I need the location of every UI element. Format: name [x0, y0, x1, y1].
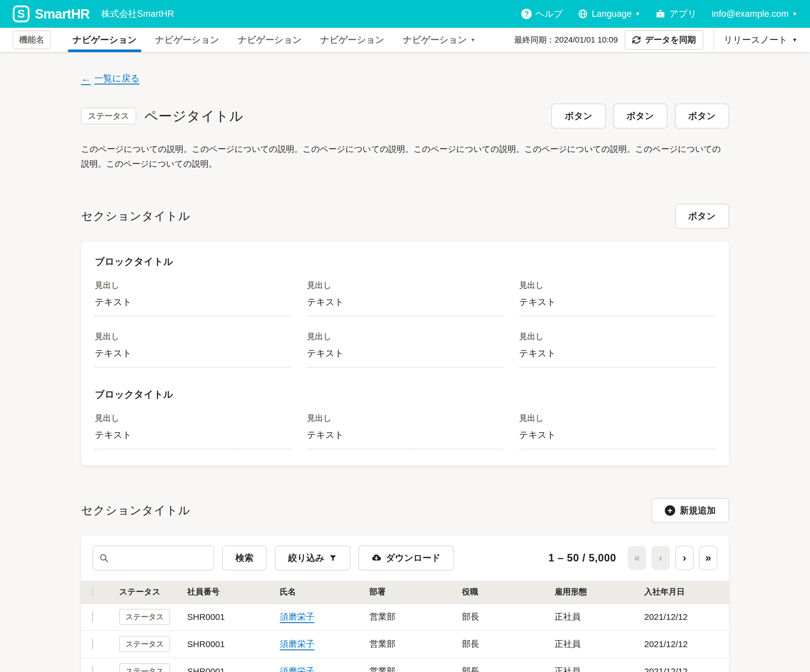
field-value: テキスト: [307, 429, 503, 441]
chevron-left-icon: ‹: [659, 552, 663, 564]
section1-button[interactable]: ボタン: [675, 204, 729, 229]
pagination-prev-button[interactable]: ‹: [651, 546, 670, 570]
page-status-badge: ステータス: [81, 108, 136, 125]
field-label: 見出し: [307, 331, 503, 342]
nav-item-2[interactable]: ナビゲーション: [146, 28, 228, 52]
search-button[interactable]: 検索: [222, 545, 267, 571]
account-email: info@example.com: [712, 9, 788, 19]
info-card: ブロックタイトル 見出し テキスト 見出し テキスト 見出し テキスト 見出し …: [81, 241, 729, 466]
department-cell: 営業部: [370, 631, 462, 658]
field: 見出し テキスト: [307, 280, 503, 317]
download-cloud-icon: [372, 553, 381, 562]
nav-item-label: ナビゲーション: [73, 34, 137, 46]
feature-name-badge: 機能名: [13, 31, 51, 49]
field-label: 見出し: [307, 280, 503, 291]
field-label: 見出し: [95, 413, 291, 424]
help-menu[interactable]: ? ヘルプ: [521, 8, 563, 20]
field-value: テキスト: [95, 296, 291, 308]
download-label: ダウンロード: [386, 552, 440, 564]
status-badge: ステータス: [119, 609, 170, 625]
field-value: テキスト: [519, 347, 715, 360]
field: 見出し テキスト: [519, 331, 715, 368]
field-value: テキスト: [307, 347, 503, 360]
language-label: Language: [592, 9, 631, 19]
section-title-2: セクションタイトル: [81, 502, 190, 518]
position-cell: 部長: [462, 603, 555, 631]
row-checkbox[interactable]: [92, 611, 93, 622]
nav-item-1[interactable]: ナビゲーション: [63, 28, 146, 52]
add-new-button[interactable]: + 新規追加: [651, 498, 729, 523]
column-header-department: 部署: [370, 581, 462, 603]
row-checkbox[interactable]: [92, 639, 93, 649]
field-label: 見出し: [519, 413, 715, 424]
page-action-button-3[interactable]: ボタン: [675, 104, 729, 128]
last-sync-text: 最終同期：2024/01/01 10:09: [515, 34, 618, 46]
employment-type-cell: 正社員: [555, 603, 644, 631]
page-title: ページタイトル: [144, 107, 244, 125]
table-header-row: ステータス 社員番号 氏名 部署 役職 雇用形態 入社年月日: [81, 581, 729, 603]
account-menu[interactable]: info@example.com ▼: [712, 9, 797, 19]
position-cell: 部長: [462, 631, 555, 658]
field-value: テキスト: [95, 347, 291, 360]
block-1: ブロックタイトル 見出し テキスト 見出し テキスト 見出し テキスト 見出し …: [95, 255, 715, 368]
employee-id-cell: SHR0001: [187, 631, 280, 658]
employment-type-cell: 正社員: [555, 631, 644, 658]
section-title-1: セクションタイトル: [81, 208, 190, 224]
back-to-list-link[interactable]: ← 一覧に戻る: [81, 73, 140, 84]
employee-name-link[interactable]: 須磨栄子: [280, 612, 314, 621]
employee-name-link[interactable]: 須磨栄子: [280, 639, 314, 648]
search-input[interactable]: [113, 553, 208, 563]
column-header-employment-type: 雇用形態: [555, 581, 644, 603]
pagination-last-button[interactable]: »: [699, 546, 717, 570]
field-label: 見出し: [95, 331, 291, 342]
page-action-button-1[interactable]: ボタン: [552, 104, 606, 128]
download-button[interactable]: ダウンロード: [358, 545, 454, 571]
apps-briefcase-icon: [655, 9, 666, 19]
plus-circle-icon: +: [665, 505, 675, 516]
filter-button[interactable]: 絞り込み: [275, 545, 350, 571]
department-cell: 営業部: [370, 658, 462, 672]
select-all-checkbox[interactable]: [92, 587, 93, 597]
page-description: このページについての説明。このページについての説明。このページについての説明。こ…: [81, 142, 729, 171]
apps-menu[interactable]: アプリ: [655, 8, 697, 20]
column-header-name: 氏名: [280, 581, 370, 603]
app-header: S SmartHR 株式会社SmartHR ? ヘルプ Language ▼: [0, 0, 810, 28]
nav-item-3[interactable]: ナビゲーション: [228, 28, 311, 52]
pagination-next-button[interactable]: ›: [675, 546, 694, 570]
tenant-name: 株式会社SmartHR: [101, 8, 174, 20]
app-nav: 機能名 ナビゲーション ナビゲーション ナビゲーション ナビゲーション ナビゲー…: [0, 28, 810, 52]
pagination-first-button[interactable]: «: [628, 546, 646, 570]
employee-name-link[interactable]: 須磨栄子: [280, 666, 314, 672]
employee-id-cell: SHR0001: [187, 658, 280, 672]
filter-funnel-icon: [329, 554, 337, 562]
block-2: ブロックタイトル 見出し テキスト 見出し テキスト 見出し テキスト: [95, 388, 715, 449]
row-checkbox[interactable]: [92, 666, 93, 672]
add-new-label: 新規追加: [680, 505, 716, 517]
field-label: 見出し: [307, 413, 503, 424]
nav-item-label: ナビゲーション: [403, 34, 467, 46]
position-cell: 部長: [462, 658, 555, 672]
nav-item-label: ナビゲーション: [238, 34, 302, 46]
column-header-employee-id: 社員番号: [187, 581, 280, 603]
language-menu[interactable]: Language ▼: [578, 9, 640, 19]
nav-item-4[interactable]: ナビゲーション: [311, 28, 393, 52]
employee-table: ステータス 社員番号 氏名 部署 役職 雇用形態 入社年月日 ステータス SHR…: [81, 581, 729, 672]
chevron-down-icon: ▼: [635, 11, 640, 17]
employment-type-cell: 正社員: [555, 658, 644, 672]
release-notes-menu[interactable]: リリースノート ▼: [724, 34, 797, 46]
sync-data-button[interactable]: データを同期: [624, 30, 703, 50]
refresh-icon: [632, 35, 641, 44]
field: 見出し テキスト: [519, 280, 715, 317]
brand-logo[interactable]: S SmartHR: [13, 5, 89, 22]
table-row: ステータス SHR0001 須磨栄子 営業部 部長 正社員 2021/12/12: [81, 603, 729, 631]
release-notes-label: リリースノート: [724, 34, 788, 46]
nav-item-5[interactable]: ナビゲーション ▼: [393, 28, 484, 52]
page-action-button-2[interactable]: ボタン: [613, 104, 667, 128]
field: 見出し テキスト: [307, 413, 503, 449]
pagination-range: 1 – 50 / 5,000: [548, 552, 616, 564]
globe-icon: [578, 9, 588, 19]
filter-label: 絞り込み: [288, 552, 324, 564]
table-row: ステータス SHR0001 須磨栄子 営業部 部長 正社員 2021/12/12: [81, 631, 729, 658]
sync-data-label: データを同期: [645, 34, 696, 46]
field-label: 見出し: [519, 280, 715, 291]
